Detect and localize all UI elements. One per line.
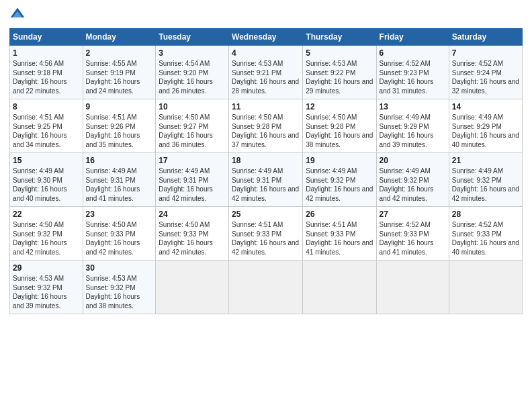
day-number: 17	[159, 156, 226, 165]
day-info: Sunrise: 4:53 AMSunset: 9:22 PMDaylight:…	[306, 60, 373, 95]
day-info: Sunrise: 4:49 AMSunset: 9:32 PMDaylight:…	[306, 167, 373, 202]
day-info: Sunrise: 4:52 AMSunset: 9:24 PMDaylight:…	[452, 60, 519, 95]
table-row: 14 Sunrise: 4:49 AMSunset: 9:29 PMDaylig…	[449, 99, 522, 153]
day-info: Sunrise: 4:53 AMSunset: 9:32 PMDaylight:…	[86, 275, 140, 310]
day-info: Sunrise: 4:50 AMSunset: 9:33 PMDaylight:…	[159, 221, 213, 256]
day-number: 15	[13, 156, 80, 165]
day-header-monday: Monday	[83, 29, 156, 46]
calendar-header-row: SundayMondayTuesdayWednesdayThursdayFrid…	[10, 29, 523, 46]
day-number: 30	[86, 263, 153, 273]
table-row	[449, 261, 522, 314]
table-row: 4 Sunrise: 4:53 AMSunset: 9:21 PMDayligh…	[229, 46, 303, 99]
day-info: Sunrise: 4:51 AMSunset: 9:25 PMDaylight:…	[13, 113, 67, 148]
day-number: 20	[380, 156, 446, 165]
day-number: 6	[380, 48, 446, 58]
day-info: Sunrise: 4:49 AMSunset: 9:29 PMDaylight:…	[380, 113, 434, 148]
header	[9, 7, 523, 23]
day-header-sunday: Sunday	[10, 29, 83, 46]
day-header-friday: Friday	[376, 29, 449, 46]
page: SundayMondayTuesdayWednesdayThursdayFrid…	[0, 0, 532, 411]
table-row: 6 Sunrise: 4:52 AMSunset: 9:23 PMDayligh…	[376, 46, 449, 99]
day-number: 8	[13, 102, 80, 111]
day-number: 29	[13, 263, 80, 273]
calendar-week-1: 1 Sunrise: 4:56 AMSunset: 9:18 PMDayligh…	[10, 46, 523, 99]
day-info: Sunrise: 4:49 AMSunset: 9:31 PMDaylight:…	[86, 167, 140, 202]
calendar-week-2: 8 Sunrise: 4:51 AMSunset: 9:25 PMDayligh…	[10, 99, 523, 153]
day-info: Sunrise: 4:49 AMSunset: 9:31 PMDaylight:…	[232, 167, 299, 202]
day-number: 16	[86, 156, 153, 165]
day-info: Sunrise: 4:52 AMSunset: 9:23 PMDaylight:…	[380, 60, 434, 95]
day-info: Sunrise: 4:53 AMSunset: 9:32 PMDaylight:…	[13, 275, 67, 310]
table-row: 11 Sunrise: 4:50 AMSunset: 9:28 PMDaylig…	[229, 99, 303, 153]
day-number: 18	[232, 156, 300, 165]
day-info: Sunrise: 4:50 AMSunset: 9:27 PMDaylight:…	[159, 113, 213, 148]
day-number: 28	[452, 210, 519, 219]
day-header-saturday: Saturday	[449, 29, 522, 46]
day-number: 26	[306, 210, 373, 219]
day-info: Sunrise: 4:49 AMSunset: 9:30 PMDaylight:…	[13, 167, 67, 202]
day-header-wednesday: Wednesday	[229, 29, 303, 46]
table-row: 30 Sunrise: 4:53 AMSunset: 9:32 PMDaylig…	[83, 261, 156, 314]
day-number: 11	[232, 102, 300, 111]
day-info: Sunrise: 4:51 AMSunset: 9:33 PMDaylight:…	[306, 221, 373, 256]
table-row: 29 Sunrise: 4:53 AMSunset: 9:32 PMDaylig…	[10, 261, 83, 314]
table-row: 23 Sunrise: 4:50 AMSunset: 9:33 PMDaylig…	[83, 207, 156, 261]
day-info: Sunrise: 4:52 AMSunset: 9:33 PMDaylight:…	[452, 221, 519, 256]
logo	[9, 7, 28, 23]
table-row: 1 Sunrise: 4:56 AMSunset: 9:18 PMDayligh…	[10, 46, 83, 99]
day-number: 21	[452, 156, 519, 165]
day-number: 22	[13, 210, 80, 219]
day-number: 1	[13, 48, 80, 58]
table-row: 8 Sunrise: 4:51 AMSunset: 9:25 PMDayligh…	[10, 99, 83, 153]
day-header-thursday: Thursday	[303, 29, 376, 46]
day-info: Sunrise: 4:49 AMSunset: 9:32 PMDaylight:…	[452, 167, 519, 202]
table-row	[156, 261, 229, 314]
table-row: 7 Sunrise: 4:52 AMSunset: 9:24 PMDayligh…	[449, 46, 522, 99]
table-row: 28 Sunrise: 4:52 AMSunset: 9:33 PMDaylig…	[449, 207, 522, 261]
day-info: Sunrise: 4:55 AMSunset: 9:19 PMDaylight:…	[86, 60, 140, 95]
table-row: 17 Sunrise: 4:49 AMSunset: 9:31 PMDaylig…	[156, 153, 229, 207]
day-number: 9	[86, 102, 153, 111]
day-number: 12	[306, 102, 373, 111]
table-row: 9 Sunrise: 4:51 AMSunset: 9:26 PMDayligh…	[83, 99, 156, 153]
table-row: 24 Sunrise: 4:50 AMSunset: 9:33 PMDaylig…	[156, 207, 229, 261]
day-header-tuesday: Tuesday	[156, 29, 229, 46]
table-row: 10 Sunrise: 4:50 AMSunset: 9:27 PMDaylig…	[156, 99, 229, 153]
table-row: 12 Sunrise: 4:50 AMSunset: 9:28 PMDaylig…	[303, 99, 376, 153]
table-row: 18 Sunrise: 4:49 AMSunset: 9:31 PMDaylig…	[229, 153, 303, 207]
day-info: Sunrise: 4:52 AMSunset: 9:33 PMDaylight:…	[380, 221, 434, 256]
day-info: Sunrise: 4:53 AMSunset: 9:21 PMDaylight:…	[232, 60, 299, 95]
table-row: 3 Sunrise: 4:54 AMSunset: 9:20 PMDayligh…	[156, 46, 229, 99]
day-info: Sunrise: 4:51 AMSunset: 9:26 PMDaylight:…	[86, 113, 140, 148]
day-number: 24	[159, 210, 226, 219]
calendar-week-4: 22 Sunrise: 4:50 AMSunset: 9:32 PMDaylig…	[10, 207, 523, 261]
table-row: 20 Sunrise: 4:49 AMSunset: 9:32 PMDaylig…	[376, 153, 449, 207]
day-number: 13	[380, 102, 446, 111]
day-info: Sunrise: 4:49 AMSunset: 9:32 PMDaylight:…	[380, 167, 434, 202]
table-row: 5 Sunrise: 4:53 AMSunset: 9:22 PMDayligh…	[303, 46, 376, 99]
table-row: 13 Sunrise: 4:49 AMSunset: 9:29 PMDaylig…	[376, 99, 449, 153]
table-row	[229, 261, 303, 314]
table-row: 21 Sunrise: 4:49 AMSunset: 9:32 PMDaylig…	[449, 153, 522, 207]
day-info: Sunrise: 4:56 AMSunset: 9:18 PMDaylight:…	[13, 60, 67, 95]
day-info: Sunrise: 4:50 AMSunset: 9:28 PMDaylight:…	[306, 113, 373, 148]
day-number: 7	[452, 48, 519, 58]
day-number: 5	[306, 48, 373, 58]
day-number: 2	[86, 48, 153, 58]
day-number: 23	[86, 210, 153, 219]
day-info: Sunrise: 4:50 AMSunset: 9:28 PMDaylight:…	[232, 113, 299, 148]
day-number: 3	[159, 48, 226, 58]
generalblue-icon	[9, 7, 26, 23]
day-number: 25	[232, 210, 300, 219]
day-number: 10	[159, 102, 226, 111]
table-row	[303, 261, 376, 314]
day-info: Sunrise: 4:54 AMSunset: 9:20 PMDaylight:…	[159, 60, 213, 95]
day-number: 4	[232, 48, 300, 58]
day-info: Sunrise: 4:50 AMSunset: 9:33 PMDaylight:…	[86, 221, 140, 256]
table-row: 22 Sunrise: 4:50 AMSunset: 9:32 PMDaylig…	[10, 207, 83, 261]
day-number: 19	[306, 156, 373, 165]
table-row	[376, 261, 449, 314]
calendar-week-5: 29 Sunrise: 4:53 AMSunset: 9:32 PMDaylig…	[10, 261, 523, 314]
table-row: 26 Sunrise: 4:51 AMSunset: 9:33 PMDaylig…	[303, 207, 376, 261]
calendar-week-3: 15 Sunrise: 4:49 AMSunset: 9:30 PMDaylig…	[10, 153, 523, 207]
